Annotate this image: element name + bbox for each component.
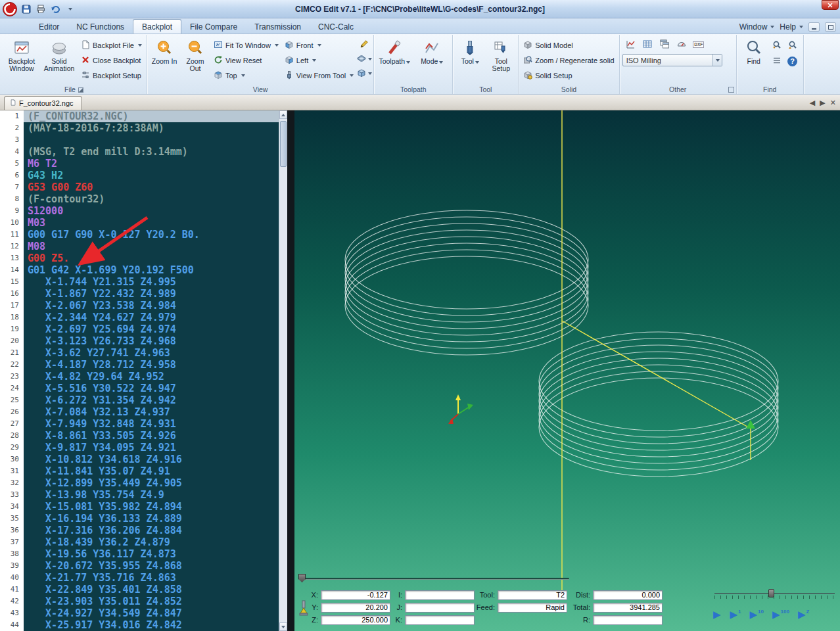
code-line[interactable]: 21 X-3.62 Y27.741 Z4.963 xyxy=(0,347,279,359)
other-group-launcher[interactable] xyxy=(728,87,734,93)
code-line[interactable]: 24 X-5.516 Y30.522 Z4.947 xyxy=(0,383,279,394)
close-window-button[interactable] xyxy=(822,0,839,10)
code-line[interactable]: 4(MSG, T2 end mill D:3.14mm) xyxy=(0,146,279,158)
code-line[interactable]: 30 X-10.812 Y34.618 Z4.916 xyxy=(0,454,279,465)
r-value-field[interactable] xyxy=(593,615,663,625)
code-line[interactable]: 10M03 xyxy=(0,217,279,229)
play-button[interactable]: ▶ xyxy=(713,609,722,620)
menu-tab-backplot[interactable]: Backplot xyxy=(133,19,181,34)
dxf-export-button[interactable]: DXF xyxy=(692,38,705,51)
minimize-doc-button[interactable] xyxy=(808,22,820,32)
scroll-down-button[interactable] xyxy=(279,622,287,631)
combobox-dropdown-button[interactable] xyxy=(712,55,722,66)
editor-scrollbar[interactable] xyxy=(279,110,287,631)
zoom-in-button[interactable]: Zoom In xyxy=(150,36,179,83)
toolpath-button[interactable]: Toolpath xyxy=(377,36,412,83)
windows-layout-button[interactable] xyxy=(658,38,671,51)
menu-help[interactable]: Help xyxy=(780,22,803,32)
orbit-view-button[interactable] xyxy=(358,53,371,66)
code-line[interactable]: 14G01 G42 X-1.699 Y20.192 F500 xyxy=(0,264,279,276)
tool-button[interactable]: Tool xyxy=(455,36,484,83)
code-line[interactable]: 2(MAY-18-2016-7:28:38AM) xyxy=(0,122,279,134)
undo-button[interactable] xyxy=(49,3,61,15)
app-logo-icon[interactable] xyxy=(2,1,18,17)
isometric-view-button[interactable] xyxy=(358,67,371,80)
simulation-progress-slider[interactable] xyxy=(298,574,569,583)
code-line[interactable]: 35 X-16.194 Y36.133 Z4.889 xyxy=(0,513,279,525)
tool-setup-button[interactable]: Tool Setup xyxy=(486,36,515,83)
menu-tab-nc-functions[interactable]: NC Functions xyxy=(68,20,133,34)
code-line[interactable]: 34 X-15.081 Y35.982 Z4.894 xyxy=(0,501,279,513)
code-line[interactable]: 11G00 G17 G90 X-0.127 Y20.2 B0. xyxy=(0,229,279,241)
machine-button[interactable] xyxy=(675,38,688,51)
menu-tab-transmission[interactable]: Transmission xyxy=(246,20,310,34)
file-group-launcher[interactable] xyxy=(78,87,83,93)
code-line[interactable]: 6G43 H2 xyxy=(0,170,279,181)
code-line[interactable]: 23 X-4.82 Y29.64 Z4.952 xyxy=(0,371,279,383)
code-line[interactable]: 40 X-21.77 Y35.716 Z4.863 xyxy=(0,572,279,584)
k-value-field[interactable] xyxy=(405,615,475,625)
total-value-field[interactable]: 3941.285 xyxy=(593,603,663,613)
backplot-file-button[interactable]: Backplot File xyxy=(79,38,144,52)
help-button[interactable]: ? xyxy=(786,55,799,68)
print-button[interactable] xyxy=(35,3,47,15)
step-z-button[interactable]: ▶Z xyxy=(798,609,809,620)
code-line[interactable]: 33 X-13.98 Y35.754 Z4.9 xyxy=(0,489,279,501)
code-line[interactable]: 22 X-4.187 Y28.712 Z4.958 xyxy=(0,359,279,371)
code-line[interactable]: 7G53 G00 Z60 xyxy=(0,181,279,193)
fit-to-window-button[interactable]: Fit To Window xyxy=(212,38,281,52)
progress-thumb[interactable] xyxy=(298,574,306,582)
code-line[interactable]: 3 xyxy=(0,134,279,146)
code-line[interactable]: 32 X-12.899 Y35.449 Z4.905 xyxy=(0,477,279,489)
speed-thumb[interactable] xyxy=(768,589,774,597)
y-value-field[interactable]: 20.200 xyxy=(321,603,390,613)
code-line[interactable]: 19 X-2.697 Y25.694 Z4.974 xyxy=(0,323,279,335)
view-front-button[interactable]: Front xyxy=(283,38,356,52)
simulation-speed-slider[interactable] xyxy=(713,589,836,601)
scrollbar-thumb[interactable] xyxy=(280,121,287,167)
find-next-button[interactable] xyxy=(770,39,783,52)
code-line[interactable]: 13G00 Z5. xyxy=(0,252,279,264)
draw-annotation-button[interactable] xyxy=(358,38,371,51)
code-line[interactable]: 17 X-2.067 Y23.538 Z4.984 xyxy=(0,300,279,312)
code-line[interactable]: 9S12000 xyxy=(0,205,279,217)
view-top-button[interactable]: Top xyxy=(212,68,281,82)
code-line[interactable]: 43 X-24.927 Y34.549 Z4.847 xyxy=(0,607,279,619)
zoom-regenerate-solid-button[interactable]: Zoom / Regenerate solid xyxy=(521,53,616,67)
view-reset-button[interactable]: View Reset xyxy=(212,53,281,67)
dist-value-field[interactable]: 0.000 xyxy=(593,590,663,600)
code-line[interactable]: 39 X-20.672 Y35.955 Z4.868 xyxy=(0,560,279,572)
code-line[interactable]: 20 X-3.123 Y26.733 Z4.968 xyxy=(0,335,279,347)
backplot-setup-button[interactable]: Backplot Setup xyxy=(79,68,144,82)
tool-value-field[interactable]: T2 xyxy=(498,590,567,600)
code-line[interactable]: 5M6 T2 xyxy=(0,158,279,170)
find-options-button[interactable] xyxy=(770,55,783,68)
feed-value-field[interactable]: Rapid xyxy=(498,603,567,613)
code-line[interactable]: 42 X-23.903 Y35.011 Z4.852 xyxy=(0,596,279,607)
code-line[interactable]: 15 X-1.744 Y21.315 Z4.995 xyxy=(0,276,279,288)
code-line[interactable]: 18 X-2.344 Y24.627 Z4.979 xyxy=(0,312,279,323)
code-line[interactable]: 26 X-7.084 Y32.13 Z4.937 xyxy=(0,406,279,418)
tab-close-button[interactable]: ✕ xyxy=(830,99,836,107)
find-previous-button[interactable] xyxy=(786,39,799,52)
code-line[interactable]: 31 X-11.841 Y35.07 Z4.91 xyxy=(0,465,279,477)
tab-scroll-right-button[interactable]: ▶ xyxy=(820,99,825,107)
tab-scroll-left-button[interactable]: ◀ xyxy=(810,99,815,107)
editor-viewport-splitter[interactable] xyxy=(287,110,294,631)
menu-tab-file-compare[interactable]: File Compare xyxy=(181,20,246,34)
j-value-field[interactable] xyxy=(405,603,475,613)
restore-doc-button[interactable] xyxy=(825,22,836,32)
document-tab[interactable]: F_contour32.ngc xyxy=(4,96,82,110)
backplot-window-button[interactable]: Backplot Window xyxy=(4,36,39,83)
code-line[interactable]: 16 X-1.867 Y22.432 Z4.989 xyxy=(0,288,279,300)
code-line[interactable]: 29 X-9.817 Y34.095 Z4.921 xyxy=(0,442,279,454)
code-line[interactable]: 36 X-17.316 Y36.206 Z4.884 xyxy=(0,525,279,536)
save-button[interactable] xyxy=(20,3,32,15)
gcode-editor[interactable]: 1(F_CONTOUR32.NGC)2(MAY-18-2016-7:28:38A… xyxy=(0,110,287,631)
code-line[interactable]: 25 X-6.272 Y31.354 Z4.942 xyxy=(0,394,279,406)
i-value-field[interactable] xyxy=(405,590,475,600)
stats-button[interactable] xyxy=(624,38,637,51)
menu-window[interactable]: Window xyxy=(739,22,775,32)
close-backplot-button[interactable]: Close Backplot xyxy=(79,53,144,67)
view-from-tool-button[interactable]: View From Tool xyxy=(283,68,356,82)
